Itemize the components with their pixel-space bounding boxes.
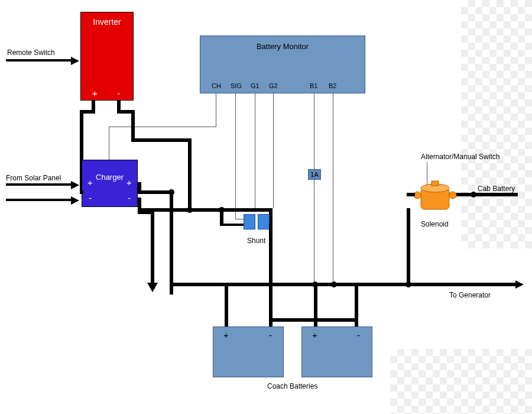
wire-inv-minus-v xyxy=(131,110,135,142)
transparency-checker xyxy=(461,0,532,248)
wire-solar-minus xyxy=(6,199,71,201)
cab-battery-label: Cab Battery xyxy=(478,185,515,193)
junction-5 xyxy=(331,282,337,287)
arrow-remote-switch xyxy=(71,57,79,65)
svg-point-3 xyxy=(449,192,456,199)
wire-pos-bus-v xyxy=(170,190,173,285)
bat1-plus: + xyxy=(223,330,229,340)
arrow-solar-plus xyxy=(71,181,79,189)
bm-terminal-g2: G2 xyxy=(269,82,278,89)
fuse-1a-label: 1A xyxy=(310,171,318,178)
wire-inv-minus-v2 xyxy=(188,138,192,211)
junction-2 xyxy=(187,207,193,213)
wire-solenoid-v xyxy=(407,208,410,286)
wire-bat1-join xyxy=(225,293,228,297)
wire-inv-join xyxy=(80,190,83,194)
wire-inv-minus-h2 xyxy=(131,138,192,142)
battery-monitor-label: Battery Monitor xyxy=(257,42,309,51)
wire-solar-plus xyxy=(6,183,71,186)
wire-ch xyxy=(216,93,216,127)
transparency-checker xyxy=(390,349,532,414)
remote-switch-label: Remote Switch xyxy=(7,48,55,57)
wire-ground-h xyxy=(138,211,154,214)
shunt-label: Shunt xyxy=(247,237,265,245)
charger-plus-l: + xyxy=(87,177,93,187)
alt-manual-label: Alternator/Manual Switch xyxy=(421,153,499,161)
battery-monitor-block: Battery Monitor xyxy=(200,35,365,93)
charger-minus-r: - xyxy=(128,193,131,203)
wire-sig xyxy=(235,93,236,219)
wire-g2 xyxy=(273,93,274,208)
inverter-block: Inverter xyxy=(80,12,134,101)
charger-minus-l: - xyxy=(89,193,92,203)
wire-bus-join xyxy=(170,283,173,295)
bm-terminal-b2: B2 xyxy=(329,82,336,89)
bm-terminal-ch: CH xyxy=(212,82,221,89)
bat2-minus: - xyxy=(357,330,360,340)
wire-b1 xyxy=(314,93,314,169)
junction-1 xyxy=(168,189,174,195)
solenoid-label: Solenoid xyxy=(421,220,449,228)
wire-neg-bus xyxy=(138,208,273,212)
svg-rect-4 xyxy=(432,181,439,186)
shunt-terminal-right xyxy=(258,214,270,229)
to-generator-label: To Generator xyxy=(449,291,491,299)
shunt-terminal-left xyxy=(244,214,255,229)
wire-remote-switch xyxy=(6,59,71,62)
arrow-to-generator xyxy=(515,280,524,289)
wire-shunt-in xyxy=(220,208,223,225)
bm-terminal-g1: G1 xyxy=(251,82,259,89)
wire-b2 xyxy=(333,93,333,284)
bat1-minus: - xyxy=(269,330,272,340)
solenoid-block xyxy=(414,177,461,221)
arrow-ground xyxy=(147,283,158,292)
wire-pos-long xyxy=(170,283,517,286)
from-solar-label: From Solar Panel xyxy=(6,174,61,182)
wire-pos-bus-1 xyxy=(138,190,173,194)
arrow-solar-minus xyxy=(71,196,79,205)
wire-inv-plus-h1 xyxy=(80,110,95,114)
wire-bat-neg-bus xyxy=(269,318,358,322)
charger-label: Charger xyxy=(96,173,124,182)
fuse-1a: 1A xyxy=(308,169,321,180)
bm-terminal-b1: B1 xyxy=(310,82,317,89)
wire-shunt-to-bat xyxy=(269,224,273,330)
bm-terminal-sig: SIG xyxy=(231,82,242,89)
wire-b1-lower xyxy=(314,180,314,284)
wire-bat1-plus xyxy=(225,283,228,328)
solenoid-icon xyxy=(414,177,461,219)
wire-solenoid-left xyxy=(407,193,415,196)
inverter-plus: + xyxy=(92,88,98,98)
inverter-label: Inverter xyxy=(93,17,121,27)
wire-g1 xyxy=(255,93,255,208)
wire-ch-v xyxy=(109,127,109,160)
junction-cab xyxy=(471,192,476,198)
charger-plus-r: + xyxy=(126,177,132,187)
coach-batteries-label: Coach Batteries xyxy=(267,382,317,390)
inverter-minus: - xyxy=(117,88,120,98)
wire-gnd-join xyxy=(170,208,173,212)
wire-ground xyxy=(151,211,154,284)
bat2-plus: + xyxy=(312,330,317,340)
wire-ch-h xyxy=(109,127,216,127)
